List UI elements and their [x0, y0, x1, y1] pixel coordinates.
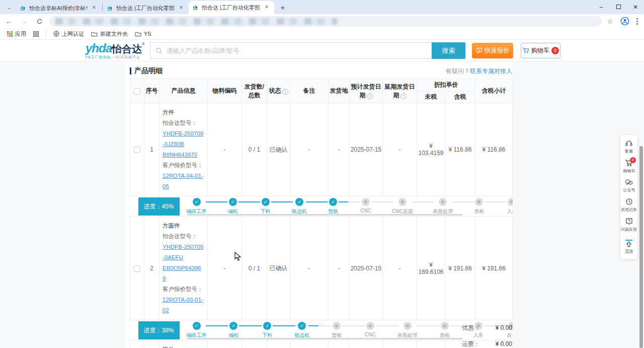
grid-icon: [33, 31, 39, 37]
process-step-pending: CNC: [359, 198, 372, 214]
folder-icon: [135, 31, 141, 37]
logo-cn: 怡合达: [112, 43, 142, 54]
yhda-model-link[interactable]: YHDFB-250709-0AEFUEB0O5P643969: [163, 242, 204, 284]
browsing-history-button[interactable]: 浏览记录: [620, 195, 637, 215]
cell-subtotal: ¥ 191.66: [475, 217, 513, 320]
address-bar[interactable]: [49, 16, 602, 27]
check-circle-icon: ✓: [298, 322, 306, 330]
product-detail-card: 产品明细 有疑问？联系专属对接人 序号 产品信息 物料编码 发货数/总数 状态?…: [126, 61, 512, 348]
bookmarks-bar: 应用 上网认证 新建文件夹 YS: [0, 28, 644, 40]
process-step-done: ✓编程: [227, 322, 240, 339]
bookmark-star-icon[interactable]: ☆: [607, 17, 613, 25]
progress-connector: [339, 201, 360, 202]
quick-quote-button[interactable]: 快速报价: [472, 43, 513, 58]
yhda-model-link[interactable]: YHDFB-250709-IUZ80BBIINH643970: [163, 128, 204, 160]
official-account-button[interactable]: 公众号: [620, 176, 637, 195]
bookmark-label: 上网认证: [62, 30, 84, 38]
profile-avatar-icon[interactable]: [620, 17, 629, 26]
cell-eta: 2025-07-15: [350, 340, 383, 348]
search-button[interactable]: 搜索: [432, 42, 465, 59]
close-button[interactable]: ✕: [627, 4, 644, 11]
step-label: CNC: [360, 208, 371, 214]
pending-circle-icon: [366, 322, 374, 330]
tab-close-icon[interactable]: ×: [178, 5, 185, 12]
bookmark-item-ys[interactable]: YS: [133, 30, 153, 38]
customer-model-link[interactable]: 12ROTA-04-01-05: [163, 171, 204, 192]
tab-title: 怡合达 |工厂自动化零部件一站: [116, 5, 175, 12]
fab-label: 问题反馈: [621, 227, 637, 233]
forward-button[interactable]: →: [18, 15, 30, 27]
cell-origin: -: [329, 340, 350, 348]
cell-product-info: 方圆件 怡合达型号： YHDFB-250709-0AEFUEB0O5P64396…: [159, 217, 208, 320]
apps-grid-icon: [7, 31, 13, 37]
contact-link[interactable]: 联系专属对接人: [470, 67, 512, 75]
search-icon: [155, 47, 163, 54]
tab-close-icon[interactable]: ×: [263, 4, 270, 11]
back-to-top-button[interactable]: 置顶: [620, 237, 637, 257]
cell-status: 已确认: [267, 340, 290, 348]
bookmark-item-folder[interactable]: 新建文件夹: [89, 29, 130, 39]
pending-circle-icon: [439, 198, 447, 206]
progress-scrollbar-left[interactable]: [139, 214, 180, 216]
select-all-checkbox[interactable]: [134, 88, 140, 95]
cart-button[interactable]: 购物车 0: [521, 43, 560, 58]
status-help-icon[interactable]: ?: [282, 89, 288, 95]
feedback-button[interactable]: 问题反馈: [620, 215, 637, 235]
menu-kebab-icon[interactable]: [636, 18, 638, 25]
cart-count-badge: 0: [551, 47, 559, 54]
cell-taxed: ¥ 116.86: [445, 103, 475, 196]
tab-title: 怡合达非标AI报价|非标专区-非: [29, 5, 88, 12]
progress-scrollbar-thumb[interactable]: [187, 214, 462, 216]
browser-tab-1[interactable]: 怡合达非标AI报价|非标专区-非 ×: [16, 2, 102, 14]
tab-strip: ⌄ 怡合达非标AI报价|非标专区-非 × 怡合达 |工厂自动化零部件一站 × 怡…: [0, 0, 644, 14]
delay-help-icon[interactable]: ?: [400, 93, 407, 99]
logo-tagline: FA工厂自动化 一站式采购平台: [86, 55, 145, 59]
progress-scrollbar-left[interactable]: [139, 338, 180, 339]
page-scrollbar[interactable]: [639, 146, 643, 348]
progress-connector: [376, 325, 398, 326]
cell-seq: 2: [144, 217, 159, 320]
minimize-button[interactable]: –: [593, 4, 610, 11]
eta-help-icon[interactable]: ?: [367, 93, 373, 99]
progress-connector: [273, 325, 295, 326]
progress-connector: [308, 325, 331, 326]
apps-button[interactable]: 应用: [5, 29, 28, 39]
cell-status: 已确认: [267, 217, 290, 320]
browser-tab-2[interactable]: 怡合达 |工厂自动化零部件一站 ×: [103, 2, 189, 14]
cell-product-info: 圆件 怡合达型号： YHDFB-250709-ZZ7VGVT7CMP643968…: [159, 340, 208, 348]
progress-connector: [239, 325, 262, 326]
product-table: 序号 产品信息 物料编码 发货数/总数 状态? 备注 发货地 预计发货日期? 延…: [130, 79, 513, 348]
progress-connector: [452, 201, 473, 202]
browser-toolbar: ← → ☆: [0, 14, 644, 28]
new-tab-button[interactable]: +: [277, 2, 288, 13]
search-input[interactable]: [167, 47, 427, 54]
step-label: CNC: [365, 332, 376, 337]
reload-button[interactable]: [33, 15, 45, 27]
customer-model-link[interactable]: 12ROTA-03-01-02: [163, 295, 204, 316]
yhda-logo[interactable]: yhda怡合达® FA工厂自动化 一站式采购平台: [86, 42, 145, 59]
restore-button[interactable]: [610, 4, 627, 11]
logo-registered-mark: ®: [142, 42, 145, 46]
bookmark-item-auth[interactable]: 上网认证: [51, 29, 86, 39]
favicon-icon: [20, 5, 26, 11]
row-checkbox[interactable]: [134, 147, 140, 153]
row-checkbox[interactable]: [134, 265, 140, 272]
cell-qty: 0 / 1: [242, 103, 267, 196]
tab-search-chevron-icon[interactable]: ⌄: [3, 1, 15, 13]
customer-service-button[interactable]: 客服: [620, 137, 637, 157]
progress-connector: [206, 201, 227, 202]
chat-bubbles-icon: [625, 179, 633, 186]
cell-delay: -: [383, 217, 417, 320]
browser-tab-3-active[interactable]: 怡合达 |工厂自动化零部件一站 ×: [189, 1, 274, 14]
reading-list-button[interactable]: [31, 30, 41, 38]
bookmarks-separator: [46, 31, 46, 37]
window-controls: – ✕: [593, 0, 644, 14]
cart-shortcut-button[interactable]: 0 购物车: [620, 157, 637, 176]
pending-circle-icon: [475, 198, 483, 206]
feedback-icon: [625, 218, 633, 225]
back-button[interactable]: ←: [3, 15, 15, 27]
process-step-done: ✓编排工序: [187, 198, 207, 215]
cell-qty: 0 / 1: [242, 340, 267, 348]
tab-close-icon[interactable]: ×: [91, 5, 98, 12]
check-circle-icon: ✓: [329, 198, 337, 206]
